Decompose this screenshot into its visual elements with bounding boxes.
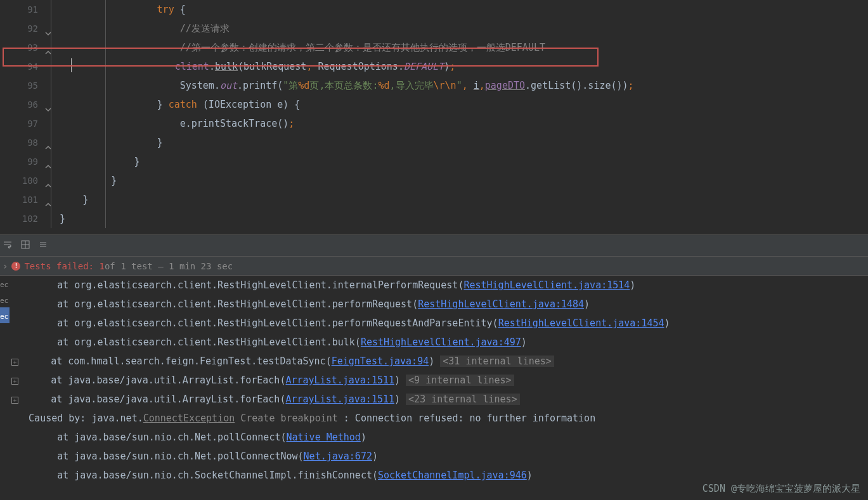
toolbar — [0, 234, 868, 257]
line-number: 98 — [0, 133, 43, 152]
trace-line-caused: Caused by: java.net.ConnectException Cre… — [11, 409, 868, 428]
tests-failed-label: Tests failed: — [24, 261, 94, 271]
source-link[interactable]: Native Method — [286, 432, 360, 443]
source-link[interactable]: RestHighLevelClient.java:1514 — [463, 279, 630, 291]
expand-icon[interactable]: + — [11, 378, 18, 385]
code-line: //第一个参数：创建的请求，第二个参数：是否还有其他执行的选项，一般选DEFAU… — [43, 38, 868, 57]
expand-icon[interactable]: + — [11, 397, 18, 404]
line-number: 100 — [0, 171, 43, 190]
strip-item-selected[interactable]: ec — [0, 307, 10, 323]
source-link[interactable]: SocketChannelImpl.java:946 — [378, 470, 527, 481]
code-line: } — [43, 133, 868, 152]
code-line: } — [43, 209, 868, 228]
source-link[interactable]: ArrayList.java:1511 — [285, 375, 394, 386]
line-number: 102 — [0, 209, 43, 228]
tests-failed-count: 1 — [99, 261, 104, 271]
grid-icon[interactable] — [20, 240, 30, 252]
trace-line: at org.elasticsearch.client.RestHighLeve… — [11, 295, 868, 314]
code-area[interactable]: try { //发送请求 //第一个参数：创建的请求，第二个参数：是否还有其他执… — [43, 0, 868, 228]
watermark: CSDN @专吃海绵宝宝菠萝屋的派大星 — [703, 483, 860, 495]
code-line: } — [43, 171, 868, 190]
trace-line: + at java.base/java.util.ArrayList.forEa… — [11, 371, 868, 390]
line-number: 101 — [0, 190, 43, 209]
left-strip: ec ec ec — [0, 276, 10, 323]
trace-line: at java.base/sun.nio.ch.SocketChannelImp… — [11, 466, 868, 485]
code-editor[interactable]: 91 92 93 94 95 96 97 98 99 100 101 102 t… — [0, 0, 868, 234]
tests-summary: of 1 test – 1 min 23 sec — [105, 261, 233, 271]
wrap-icon[interactable] — [3, 240, 13, 252]
expand-arrow-icon[interactable]: › — [3, 261, 8, 271]
source-link[interactable]: RestHighLevelClient.java:1454 — [498, 317, 664, 329]
error-icon: ! — [11, 262, 20, 271]
trace-line: at org.elasticsearch.client.RestHighLeve… — [11, 314, 868, 333]
line-number: 97 — [0, 114, 43, 133]
strip-item: ec — [0, 276, 10, 292]
text-cursor — [71, 58, 72, 72]
create-breakpoint-hint[interactable]: Create breakpoint — [240, 413, 338, 424]
expand-icon[interactable]: + — [11, 359, 18, 366]
source-link[interactable]: RestHighLevelClient.java:497 — [361, 337, 521, 348]
console-output[interactable]: ec ec ec at org.elasticsearch.client.Res… — [0, 276, 868, 485]
internal-lines[interactable]: <9 internal lines> — [406, 375, 514, 386]
line-number: 94 — [0, 57, 43, 76]
internal-lines[interactable]: <23 internal lines> — [406, 394, 520, 405]
source-link[interactable]: RestHighLevelClient.java:1484 — [418, 298, 584, 310]
code-line: } — [43, 190, 868, 209]
code-line: //发送请求 — [43, 19, 868, 38]
test-status-bar: › ! Tests failed: 1 of 1 test – 1 min 23… — [0, 257, 868, 276]
source-link[interactable]: Net.java:672 — [304, 451, 372, 462]
code-line: } catch (IOException e) { — [43, 95, 868, 114]
trace-line: at org.elasticsearch.client.RestHighLeve… — [11, 333, 868, 352]
line-number: 91 — [0, 0, 43, 19]
trace-line: + at java.base/java.util.ArrayList.forEa… — [11, 390, 868, 409]
strip-item: ec — [0, 292, 10, 307]
trace-line: + at com.hmall.search.feign.FeignTest.te… — [11, 352, 868, 371]
source-link[interactable]: FeignTest.java:94 — [332, 356, 429, 367]
code-line: e.printStackTrace(); — [43, 114, 868, 133]
gutter: 91 92 93 94 95 96 97 98 99 100 101 102 — [0, 0, 43, 228]
internal-lines[interactable]: <31 internal lines> — [440, 356, 554, 367]
line-number: 95 — [0, 76, 43, 95]
code-line: System.out.printf("第%d页,本页总条数:%d,导入完毕\r\… — [43, 76, 868, 95]
line-number: 96 — [0, 95, 43, 114]
trace-line: at org.elasticsearch.client.RestHighLeve… — [11, 276, 868, 295]
stack-trace: at org.elasticsearch.client.RestHighLeve… — [11, 276, 868, 485]
source-link[interactable]: ArrayList.java:1511 — [285, 394, 394, 405]
code-line: try { — [43, 0, 868, 19]
line-number: 92 — [0, 19, 43, 38]
settings-icon[interactable] — [38, 240, 48, 252]
line-number: 99 — [0, 152, 43, 171]
code-line: client.bulk(bulkRequest, RequestOptions.… — [43, 57, 868, 76]
trace-line: at java.base/sun.nio.ch.Net.pollConnect(… — [11, 428, 868, 447]
trace-line: at java.base/sun.nio.ch.Net.pollConnectN… — [11, 447, 868, 466]
code-line: } — [43, 152, 868, 171]
line-number: 93 — [0, 38, 43, 57]
exception-class[interactable]: ConnectException — [143, 413, 235, 424]
